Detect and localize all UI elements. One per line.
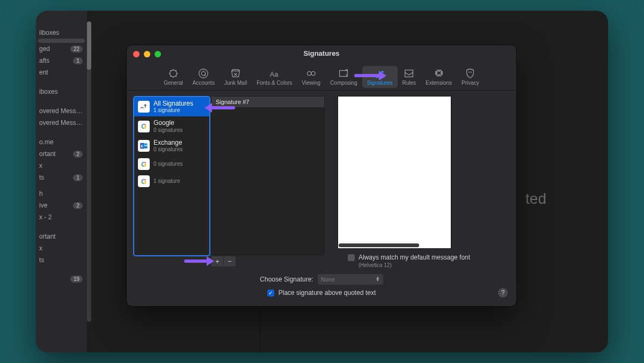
privacy-icon [464,68,476,79]
match-font-option: Always match my default message font (He… [348,254,470,268]
svg-rect-11 [144,146,148,149]
select-arrows-icon: ▲▼ [376,277,380,282]
extensions-icon [433,68,445,79]
junk-mail-icon [230,68,241,79]
background-sidebar: ilboxesged22afts1entiboxesovered Mess…ov… [36,11,87,352]
account-row[interactable]: G1 signature [134,173,209,190]
account-icon [138,101,150,113]
bg-sidebar-item[interactable]: ive2 [36,199,87,211]
bg-sidebar-item[interactable] [36,183,87,188]
help-button[interactable]: ? [498,288,508,298]
account-icon: G [138,121,150,132]
bg-sidebar-item[interactable]: overed Mess… [36,117,87,129]
account-sub: 0 signatures [153,146,182,153]
accounts-icon [197,68,209,79]
app-frame: ilboxesged22afts1entiboxesovered Mess…ov… [36,11,608,352]
account-row[interactable]: GGoogle0 signatures [134,116,209,136]
bg-sidebar-item[interactable]: ts [36,254,87,266]
svg-point-4 [307,71,311,75]
svg-rect-6 [340,71,348,77]
svg-point-2 [202,71,206,75]
choose-signature-select[interactable]: None ▲▼ [318,274,383,285]
account-name: Exchange [153,139,182,146]
bg-sidebar-item[interactable]: x [36,160,87,172]
bg-sidebar-item[interactable]: ortant2 [36,148,87,160]
bg-sidebar-item[interactable]: ts1 [36,172,87,183]
bg-sidebar-item[interactable]: iboxes [36,86,87,98]
bg-sidebar-item[interactable]: 19 [36,273,87,285]
composing-icon [338,68,349,79]
annotation-arrow-add [184,260,208,263]
background-divider [260,303,260,352]
account-row[interactable]: G0 signatures [134,155,209,173]
account-row[interactable]: All Signatures1 signature [134,97,209,116]
bg-sidebar-item[interactable]: ortant [36,231,87,242]
bg-sidebar-item[interactable]: x [36,242,87,254]
badge: 1 [73,174,83,181]
preferences-window: Signatures GeneralAccountsJunk MailAaFon… [127,45,516,306]
preferences-toolbar: GeneralAccountsJunk MailAaFonts & Colors… [127,61,516,91]
account-sub: 0 signatures [153,127,182,134]
bg-sidebar-item[interactable]: ilboxes [36,27,87,39]
account-icon: G [138,158,150,170]
toolbar-viewing[interactable]: Viewing [297,66,325,88]
footer: Choose Signature: None ▲▼ Place signatur… [127,274,516,297]
svg-text:Aa: Aa [270,70,279,78]
badge: 22 [70,46,83,53]
choose-signature-value: None [321,276,335,283]
account-name: All Signatures [153,100,193,107]
bg-sidebar-item[interactable]: ged22 [36,43,87,55]
svg-point-1 [199,69,208,78]
signatures-list[interactable]: Signature #7 [211,96,325,255]
viewing-icon [305,68,317,79]
general-icon [167,68,179,79]
account-sub: 0 signatures [153,161,182,167]
bg-sidebar-item[interactable]: overed Mess… [36,105,87,117]
account-row[interactable]: EExchange0 signatures [134,136,209,155]
toolbar-extensions[interactable]: Extensions [421,66,457,88]
bg-sidebar-item[interactable]: x - 2 [36,211,87,223]
remove-signature-button[interactable]: − [224,256,236,267]
toolbar-fonts-colors[interactable]: AaFonts & Colors [252,66,297,88]
match-font-checkbox[interactable] [348,254,355,261]
svg-text:E: E [141,144,144,148]
account-sub: 1 signature [153,107,193,114]
bg-sidebar-item[interactable]: afts1 [36,55,87,66]
place-above-label: Place signature above quoted text [279,289,376,297]
toolbar-privacy[interactable]: Privacy [457,66,484,88]
add-remove-buttons: + − [211,256,236,267]
signature-item[interactable]: Signature #7 [211,97,324,107]
background-text: ted [525,190,546,208]
background-scrollbar[interactable] [87,21,91,322]
choose-signature-label: Choose Signature: [260,276,313,283]
toolbar-rules[interactable]: Rules [398,66,421,88]
svg-point-5 [311,71,315,75]
match-font-label: Always match my default message font [358,254,470,261]
bg-sidebar-item[interactable]: o.me [36,136,87,148]
account-icon: G [138,175,150,187]
annotation-arrow-accounts [211,106,235,109]
svg-point-0 [170,70,177,77]
account-name: Google [153,119,182,127]
toolbar-junk-mail[interactable]: Junk Mail [219,66,252,88]
account-icon: E [138,140,150,152]
place-above-checkbox[interactable] [267,290,274,297]
svg-rect-10 [144,143,148,145]
toolbar-general[interactable]: General [159,66,188,88]
rules-icon [403,68,415,79]
badge: 2 [73,151,83,158]
account-sub: 1 signature [153,178,180,184]
window-title: Signatures [127,49,516,57]
fonts-colors-icon: Aa [268,68,280,79]
signature-preview[interactable] [338,96,451,249]
match-font-sub: (Helvetica 12) [358,262,470,268]
preview-scrollbar[interactable] [339,243,419,247]
bg-sidebar-item[interactable]: ent [36,66,87,78]
bg-sidebar-item[interactable]: h [36,188,87,199]
annotation-arrow-toolbar [354,74,380,77]
bg-sidebar-item[interactable] [38,39,85,43]
badge: 1 [73,57,83,64]
toolbar-accounts[interactable]: Accounts [188,66,219,88]
accounts-list[interactable]: All Signatures1 signatureGGoogle0 signat… [133,96,210,256]
badge: 19 [70,276,83,283]
